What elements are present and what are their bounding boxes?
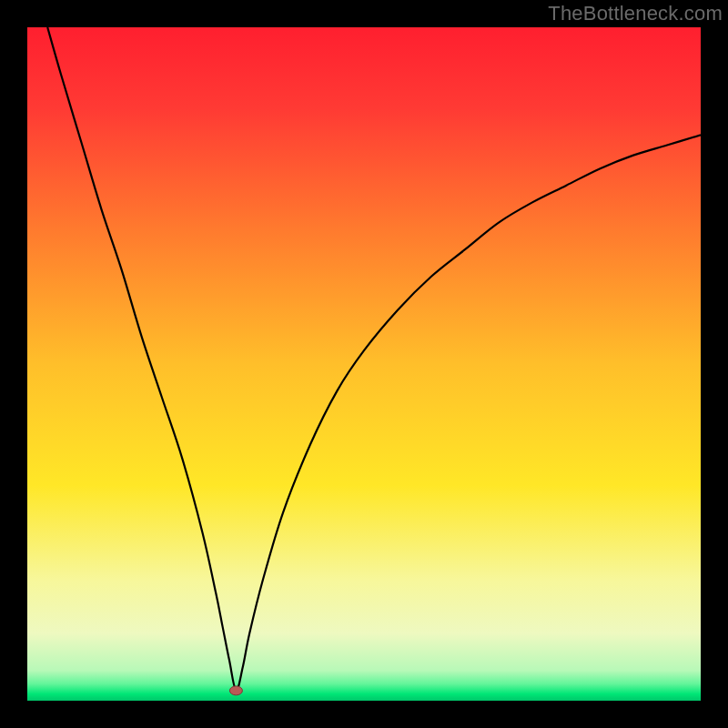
bottleneck-chart <box>27 27 701 701</box>
chart-frame: TheBottleneck.com <box>0 0 728 728</box>
watermark-text: TheBottleneck.com <box>548 2 723 25</box>
optimum-marker <box>229 686 242 695</box>
plot-area <box>27 27 701 701</box>
gradient-background <box>27 27 701 701</box>
